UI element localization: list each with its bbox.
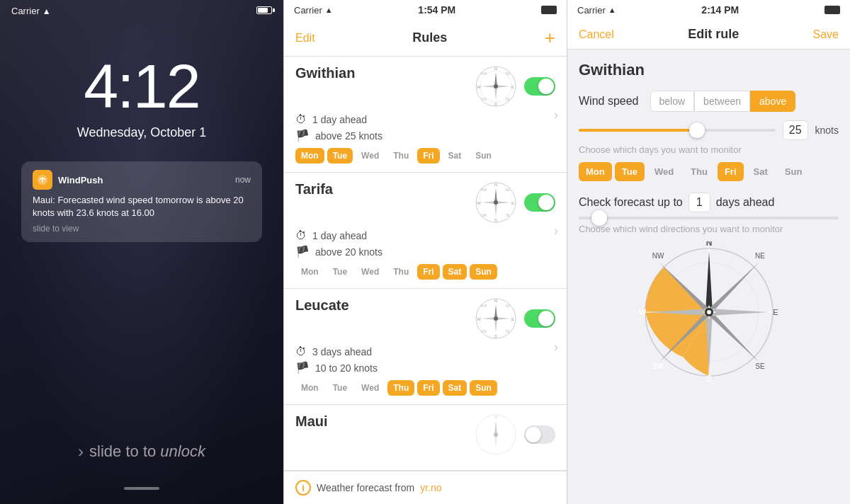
lock-screen: Carrier ▲ 4:12 Wednesday, October 1 Wind…: [0, 0, 283, 504]
svg-text:SW: SW: [481, 97, 487, 101]
svg-text:SE: SE: [506, 329, 511, 333]
day-mon-l[interactable]: Mon: [295, 380, 324, 396]
rule-leucate[interactable]: Leucate N E S W NE SE SW NW: [284, 289, 567, 405]
chevron-tarifa-icon: ›: [554, 223, 558, 238]
compass-gwithian: N E S W NE SE SW NW: [475, 65, 517, 108]
rule-gwithian[interactable]: Gwithian N E S W NE SE SW NW: [284, 57, 567, 173]
footer-link[interactable]: yr.no: [420, 482, 441, 493]
lock-notification[interactable]: WindPush now Maui: Forecasted wind speed…: [21, 161, 262, 242]
wind-above-button[interactable]: above: [750, 91, 795, 112]
day-sat-l[interactable]: Sat: [443, 380, 468, 396]
edit-day-mon[interactable]: Mon: [579, 162, 612, 181]
edit-day-wed[interactable]: Wed: [647, 162, 681, 181]
svg-text:NW: NW: [481, 188, 487, 192]
chevron-leucate-icon: ›: [554, 339, 558, 354]
forecast-value[interactable]: 1: [688, 193, 710, 212]
svg-text:SW: SW: [481, 213, 487, 217]
lock-time: 4:12: [84, 50, 199, 122]
rule-maui[interactable]: Maui N: [284, 405, 567, 471]
day-thu[interactable]: Thu: [387, 148, 414, 164]
day-sat[interactable]: Sat: [443, 148, 468, 164]
day-sun-l[interactable]: Sun: [470, 380, 497, 396]
day-mon-t[interactable]: Mon: [295, 264, 324, 280]
cancel-button[interactable]: Cancel: [579, 28, 614, 41]
rules-status-bar: Carrier ▲ 1:54 PM: [284, 0, 567, 20]
day-wed-t[interactable]: Wed: [356, 264, 385, 280]
svg-point-69: [707, 310, 711, 314]
rule-right-tarifa: N E S W NE SE SW NW: [475, 181, 555, 224]
wind-below-button[interactable]: below: [650, 91, 695, 112]
svg-marker-60: [706, 252, 713, 312]
svg-text:SW: SW: [481, 329, 487, 333]
edit-day-tue[interactable]: Tue: [615, 162, 645, 181]
wind-speed-knob[interactable]: [689, 122, 705, 138]
svg-text:S: S: [494, 218, 497, 222]
edit-button[interactable]: Edit: [295, 32, 315, 45]
svg-text:N: N: [706, 241, 712, 248]
day-fri-l[interactable]: Fri: [417, 380, 439, 396]
edit-carrier: Carrier ▲: [577, 5, 616, 16]
day-sat-t[interactable]: Sat: [443, 264, 468, 280]
days-ahead-tarifa: 1 day ahead: [312, 230, 367, 241]
wind-speed-label: Wind speed: [579, 95, 639, 108]
day-mon[interactable]: Mon: [295, 148, 324, 164]
day-fri[interactable]: Fri: [417, 148, 439, 164]
save-button[interactable]: Save: [813, 28, 839, 41]
wind-speed-unit: knots: [815, 125, 839, 136]
toggle-leucate[interactable]: [524, 309, 555, 328]
edit-day-thu[interactable]: Thu: [684, 162, 715, 181]
compass-large[interactable]: N E S W NE SE SW NW: [638, 241, 780, 383]
day-wed-l[interactable]: Wed: [356, 380, 385, 396]
svg-text:NW: NW: [652, 252, 664, 260]
info-icon[interactable]: i: [295, 480, 311, 496]
wind-speed-value[interactable]: 25: [783, 120, 808, 140]
svg-text:S: S: [494, 334, 497, 338]
forecast-knob[interactable]: [591, 210, 607, 226]
day-fri-t[interactable]: Fri: [417, 264, 439, 280]
edit-days-row: Mon Tue Wed Thu Fri Sat Sun: [579, 162, 839, 181]
days-leucate: Mon Tue Wed Thu Fri Sat Sun: [295, 380, 555, 396]
svg-text:NE: NE: [506, 71, 511, 76]
wind-between-button[interactable]: between: [694, 91, 750, 112]
footer-text: Weather forecast from: [317, 482, 414, 493]
day-tue-l[interactable]: Tue: [327, 380, 353, 396]
wind-speed-slider-row: 25 knots: [579, 120, 839, 140]
compass-maui: N: [475, 413, 517, 456]
rule-tarifa[interactable]: Tarifa N E S W NE SE SW NW: [284, 173, 567, 289]
svg-text:W: W: [477, 201, 481, 205]
edit-time: 2:14 PM: [701, 4, 739, 16]
notif-header: WindPush now: [33, 170, 251, 190]
day-wed[interactable]: Wed: [356, 148, 385, 164]
lock-date: Wednesday, October 1: [77, 125, 206, 140]
notif-time: now: [235, 175, 251, 185]
rules-wifi-icon: ▲: [325, 6, 333, 14]
days-gwithian: Mon Tue Wed Thu Fri Sat Sun: [295, 148, 555, 164]
day-thu-l[interactable]: Thu: [387, 380, 414, 396]
forecast-slider[interactable]: [579, 217, 839, 219]
day-tue[interactable]: Tue: [327, 148, 353, 164]
edit-rule-name: Gwithian: [579, 61, 839, 79]
toggle-gwithian[interactable]: [524, 77, 555, 96]
day-thu-t[interactable]: Thu: [387, 264, 414, 280]
toggle-maui[interactable]: [524, 425, 555, 444]
compass-leucate: N E S W NE SE SW NW: [475, 297, 517, 340]
svg-text:E: E: [511, 317, 514, 321]
day-sun-t[interactable]: Sun: [470, 264, 497, 280]
wind-icon: 🏴: [295, 129, 310, 142]
rule-name-tarifa: Tarifa: [295, 181, 333, 197]
svg-text:W: W: [477, 317, 481, 321]
chevron-icon: ›: [78, 442, 84, 462]
edit-day-sat[interactable]: Sat: [747, 162, 775, 181]
day-sun[interactable]: Sun: [470, 148, 497, 164]
edit-day-sun[interactable]: Sun: [778, 162, 810, 181]
svg-text:N: N: [494, 183, 497, 187]
wind-speed-slider[interactable]: [579, 129, 776, 132]
day-tue-t[interactable]: Tue: [327, 264, 353, 280]
add-rule-button[interactable]: +: [545, 27, 555, 49]
rules-footer: i Weather forecast from yr.no: [284, 471, 567, 504]
compass-tarifa: N E S W NE SE SW NW: [475, 181, 517, 224]
edit-day-fri[interactable]: Fri: [718, 162, 744, 181]
days-ahead-gwithian: 1 day ahead: [312, 114, 367, 125]
slide-to-unlock[interactable]: › slide to to unlock: [78, 442, 205, 462]
toggle-tarifa[interactable]: [524, 193, 555, 212]
